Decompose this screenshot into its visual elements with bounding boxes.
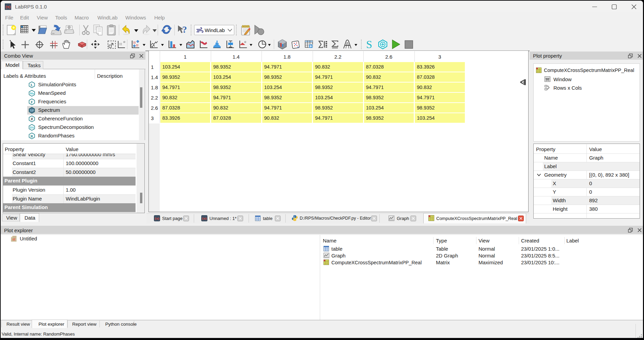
svg-text:α: α [13,236,15,241]
svg-text:(π): (π) [202,216,207,221]
svg-text:Me: Me [30,92,34,95]
svg-text:(π): (π) [5,4,11,9]
svg-text:F: F [31,100,33,104]
svg-text:XP: XP [30,109,34,112]
svg-text:S: S [366,39,372,50]
svg-text:#: # [31,117,33,121]
svg-text:DS: DS [30,126,34,129]
svg-text:L: L [31,83,33,87]
svg-text:(π): (π) [155,216,159,221]
svg-text:R: R [31,134,34,138]
